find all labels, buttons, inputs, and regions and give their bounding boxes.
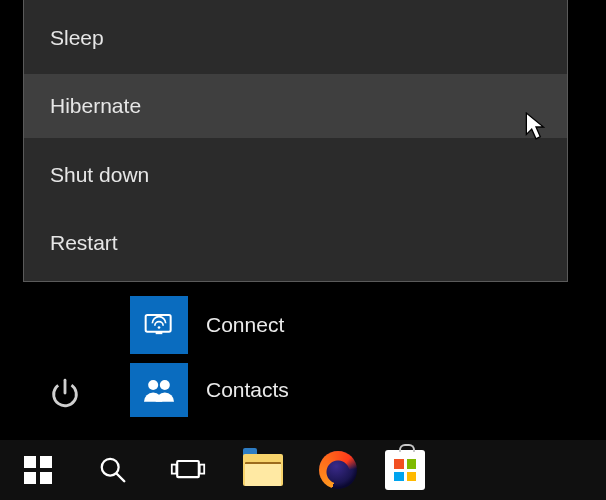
svg-line-12 xyxy=(116,474,124,482)
svg-rect-8 xyxy=(40,456,52,468)
power-menu-restart[interactable]: Restart xyxy=(24,211,567,275)
svg-rect-10 xyxy=(40,472,52,484)
taskbar-file-explorer[interactable] xyxy=(225,440,300,500)
svg-rect-7 xyxy=(24,456,36,468)
taskbar-firefox[interactable] xyxy=(300,440,375,500)
contacts-tile-icon xyxy=(130,363,188,417)
desktop-area: Sleep Hibernate Shut down Restart xyxy=(0,0,606,500)
firefox-icon xyxy=(319,451,357,489)
power-button[interactable] xyxy=(48,376,82,410)
file-explorer-icon xyxy=(243,454,283,486)
svg-rect-9 xyxy=(24,472,36,484)
taskbar-search-button[interactable] xyxy=(75,440,150,500)
svg-rect-14 xyxy=(171,465,176,474)
start-sidebar xyxy=(0,283,130,440)
svg-point-6 xyxy=(160,380,170,390)
start-button[interactable] xyxy=(0,440,75,500)
power-menu-sleep[interactable]: Sleep xyxy=(24,6,567,70)
start-app-connect[interactable]: Connect xyxy=(130,293,570,357)
connect-tile-icon xyxy=(130,296,188,354)
power-menu-item-label: Shut down xyxy=(50,163,149,187)
power-menu-item-label: Restart xyxy=(50,231,118,255)
task-view-icon xyxy=(170,455,206,485)
svg-rect-13 xyxy=(177,461,199,477)
power-menu-item-label: Hibernate xyxy=(50,94,141,118)
microsoft-store-icon xyxy=(385,450,425,490)
taskbar xyxy=(0,440,606,500)
svg-point-3 xyxy=(158,326,161,329)
power-menu-hibernate[interactable]: Hibernate xyxy=(24,74,567,138)
taskbar-microsoft-store[interactable] xyxy=(375,440,425,500)
svg-rect-4 xyxy=(156,332,163,335)
power-menu-shutdown[interactable]: Shut down xyxy=(24,143,567,207)
windows-logo-icon xyxy=(22,454,54,486)
power-menu-item-label: Sleep xyxy=(50,26,104,50)
start-app-label: Contacts xyxy=(206,378,289,402)
search-icon xyxy=(98,455,128,485)
start-app-contacts[interactable]: Contacts xyxy=(130,363,570,417)
svg-point-5 xyxy=(148,380,158,390)
start-app-label: Connect xyxy=(206,313,284,337)
taskbar-taskview-button[interactable] xyxy=(150,440,225,500)
svg-rect-15 xyxy=(199,465,204,474)
start-app-list: Connect Contacts xyxy=(130,293,570,443)
power-menu: Sleep Hibernate Shut down Restart xyxy=(23,0,568,282)
